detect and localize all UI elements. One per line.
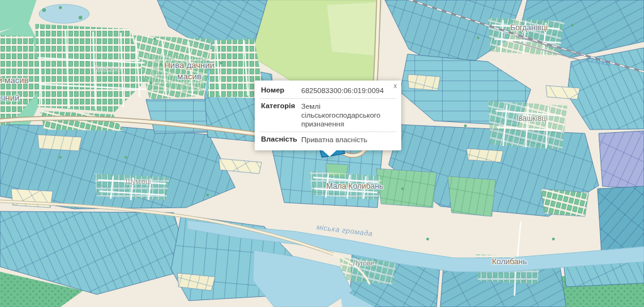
cadastral-map-app: Нива дачний масив й масив ячний Княжичі … [0, 0, 644, 307]
popup-row-ownership: Власність Приватна власність [260, 132, 396, 147]
popup-row-category-value: Землі сільськогосподарського призначення [301, 102, 395, 128]
map-canvas[interactable] [0, 0, 644, 307]
popup-row-number: Номер 6825083300:06:019:0094 [260, 83, 396, 99]
pond [39, 4, 89, 23]
popup-body: Номер 6825083300:06:019:0094 Категорія З… [255, 81, 401, 150]
close-icon[interactable]: x [392, 82, 398, 91]
popup-row-ownership-value: Приватна власність [301, 135, 395, 144]
popup-row-ownership-label: Власність [261, 135, 301, 144]
popup-tail [323, 150, 336, 157]
popup-row-number-value: 6825083300:06:019:0094 [301, 86, 395, 95]
popup-row-category: Категорія Землі сільськогосподарського п… [260, 99, 396, 132]
parcel-info-popup: x Номер 6825083300:06:019:0094 Категорія… [255, 81, 401, 150]
popup-row-category-label: Категорія [261, 102, 301, 128]
popup-row-number-label: Номер [261, 86, 301, 95]
